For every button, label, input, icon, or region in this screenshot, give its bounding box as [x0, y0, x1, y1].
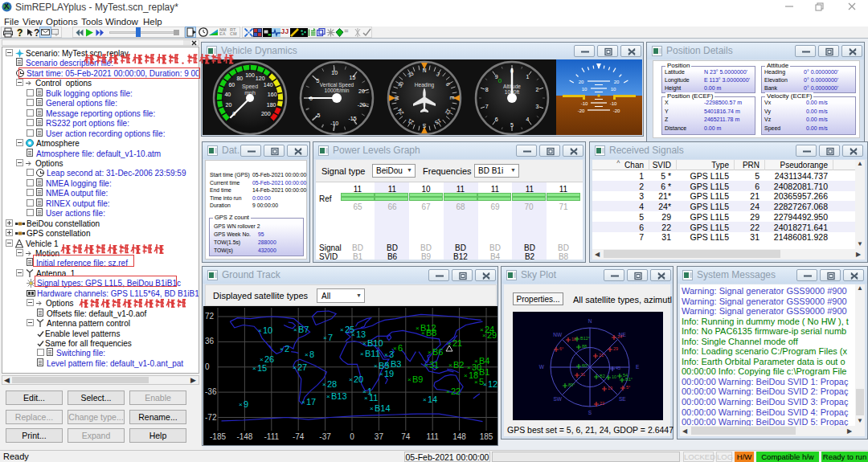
- svg-text:-10: -10: [581, 101, 588, 106]
- svg-text:8: 8: [485, 87, 489, 92]
- svg-text:B10: B10: [367, 338, 383, 348]
- svg-text:×: ×: [407, 376, 411, 383]
- svg-text:B13: B13: [331, 391, 347, 401]
- svg-text:B9: B9: [412, 374, 423, 384]
- svg-text:13: 13: [356, 329, 366, 339]
- svg-text:88: 88: [582, 344, 587, 349]
- svg-text:×: ×: [446, 388, 450, 395]
- svg-text:B11: B11: [365, 349, 380, 358]
- svg-text:31: 31: [580, 372, 585, 377]
- svg-text:×: ×: [379, 370, 383, 378]
- svg-text:-36: -36: [205, 387, 217, 396]
- svg-text:-74: -74: [293, 432, 305, 441]
- svg-text:SE: SE: [619, 396, 626, 402]
- svg-text:27: 27: [297, 362, 307, 372]
- svg-text:31: 31: [429, 360, 439, 370]
- svg-text:×: ×: [362, 340, 366, 347]
- svg-text:B14: B14: [375, 403, 391, 413]
- svg-text:100: 100: [245, 72, 255, 78]
- svg-text:NW: NW: [553, 332, 563, 337]
- svg-text:×: ×: [260, 356, 264, 363]
- svg-text:-20: -20: [613, 108, 620, 113]
- svg-text:3: 3: [535, 104, 538, 109]
- svg-text:1: 1: [526, 74, 529, 80]
- svg-text:×: ×: [374, 362, 378, 370]
- svg-text:14: 14: [428, 395, 437, 404]
- svg-text:×: ×: [448, 362, 452, 369]
- svg-text:29: 29: [613, 346, 618, 351]
- svg-text:24°: 24°: [617, 334, 624, 339]
- svg-text:20: 20: [226, 102, 232, 108]
- svg-text:S: S: [588, 410, 592, 415]
- svg-text:-5: -5: [315, 112, 320, 118]
- svg-text:5°: 5°: [626, 385, 630, 390]
- svg-text:Speed: Speed: [242, 84, 258, 90]
- svg-text:5: 5: [510, 122, 514, 128]
- svg-text:×: ×: [322, 381, 326, 388]
- svg-text:40: 40: [224, 92, 231, 97]
- svg-text:S: S: [422, 123, 426, 129]
- svg-text:29: 29: [487, 330, 497, 340]
- svg-text:36: 36: [205, 337, 215, 345]
- svg-text:28: 28: [327, 379, 337, 389]
- svg-text:-15: -15: [348, 116, 356, 121]
- svg-text:N: N: [588, 318, 592, 324]
- svg-text:B2: B2: [600, 374, 605, 378]
- svg-text:0: 0: [498, 77, 502, 84]
- svg-text:20: 20: [579, 80, 584, 84]
- svg-text:B3: B3: [391, 359, 401, 369]
- svg-text:×: ×: [252, 365, 256, 372]
- svg-text:×: ×: [301, 399, 305, 406]
- svg-text:×: ×: [364, 395, 368, 402]
- svg-text:6: 6: [398, 343, 403, 353]
- svg-text:15: 15: [257, 363, 267, 373]
- svg-text:×: ×: [239, 401, 243, 408]
- svg-text:0: 0: [350, 432, 354, 441]
- svg-text:×: ×: [349, 376, 353, 383]
- svg-text:12: 12: [488, 379, 497, 389]
- svg-text:1000ft/min: 1000ft/min: [325, 88, 350, 93]
- svg-text:22: 22: [451, 386, 461, 396]
- svg-text:20: 20: [614, 80, 620, 84]
- svg-text:×: ×: [393, 345, 397, 352]
- svg-text:×: ×: [370, 405, 374, 412]
- svg-text:-10: -10: [330, 121, 338, 126]
- svg-text:7: 7: [328, 333, 333, 342]
- svg-text:6: 6: [495, 117, 498, 122]
- svg-text:×: ×: [386, 361, 390, 368]
- svg-text:×: ×: [280, 345, 284, 353]
- svg-text:7: 7: [485, 104, 489, 109]
- svg-text:-72: -72: [205, 413, 217, 422]
- svg-text:10: 10: [582, 87, 588, 92]
- svg-text:20: 20: [354, 374, 363, 384]
- svg-text:11: 11: [369, 393, 378, 403]
- svg-text:19: 19: [384, 369, 394, 378]
- svg-text:80: 80: [236, 76, 243, 81]
- svg-text:×: ×: [293, 364, 297, 371]
- svg-text:B6: B6: [432, 347, 443, 357]
- svg-text:74: 74: [401, 432, 411, 441]
- svg-text:140: 140: [264, 82, 273, 88]
- svg-text:×: ×: [323, 334, 327, 341]
- svg-text:10: 10: [612, 374, 616, 379]
- svg-text:×: ×: [474, 378, 478, 386]
- svg-text:111: 111: [427, 432, 440, 441]
- svg-text:20: 20: [358, 88, 365, 94]
- svg-text:-20: -20: [578, 108, 585, 113]
- svg-text:×: ×: [351, 331, 355, 338]
- svg-text:17: 17: [306, 397, 316, 407]
- svg-text:SW: SW: [553, 396, 562, 402]
- svg-text:148: 148: [452, 432, 466, 441]
- svg-text:×: ×: [340, 326, 344, 333]
- svg-text:B7: B7: [298, 325, 309, 334]
- svg-text:10: 10: [263, 325, 272, 335]
- svg-text:×: ×: [423, 396, 427, 403]
- svg-text:89°: 89°: [568, 382, 575, 387]
- svg-text:15: 15: [350, 75, 356, 80]
- svg-text:180: 180: [267, 102, 276, 108]
- svg-text:45: 45: [616, 366, 620, 370]
- svg-text:185: 185: [480, 432, 493, 441]
- svg-text:×: ×: [421, 329, 425, 337]
- svg-text:2: 2: [285, 344, 289, 354]
- svg-text:2: 2: [535, 87, 538, 92]
